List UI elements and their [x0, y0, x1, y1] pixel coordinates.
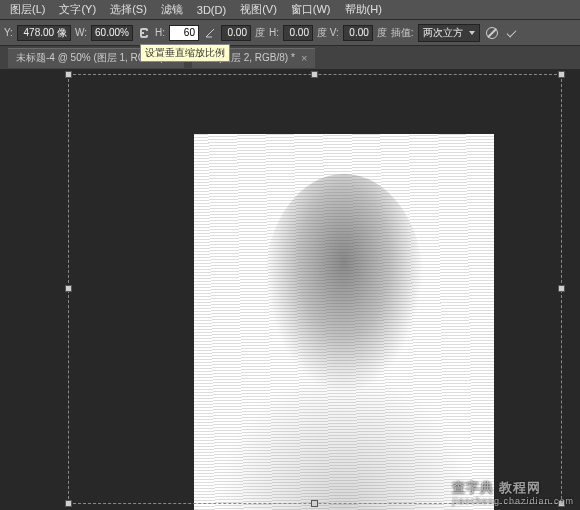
w-label: W:	[75, 27, 87, 38]
v-input[interactable]	[343, 25, 373, 41]
link-aspect-icon[interactable]	[137, 26, 151, 40]
angle-unit: 度	[255, 26, 265, 40]
w-input[interactable]	[91, 25, 133, 41]
transform-handle-tm[interactable]	[311, 71, 318, 78]
menu-filter[interactable]: 滤镜	[155, 0, 189, 19]
close-icon[interactable]: ×	[301, 52, 307, 64]
transform-handle-ml[interactable]	[65, 285, 72, 292]
cancel-transform-icon[interactable]	[484, 25, 500, 41]
interp-dropdown[interactable]: 两次立方	[418, 24, 480, 42]
h-input[interactable]	[169, 25, 199, 41]
transform-handle-mr[interactable]	[558, 285, 565, 292]
angle-icon	[203, 26, 217, 40]
transform-handle-tl[interactable]	[65, 71, 72, 78]
commit-transform-icon[interactable]	[504, 25, 520, 41]
menubar: 图层(L) 文字(Y) 选择(S) 滤镜 3D(D) 视图(V) 窗口(W) 帮…	[0, 0, 580, 20]
y-input[interactable]	[17, 25, 71, 41]
h2-input[interactable]	[283, 25, 313, 41]
watermark: 查字典 教程网 jiaocheng.chazidian.com	[452, 479, 574, 506]
angle-input[interactable]	[221, 25, 251, 41]
v-unit: 度	[377, 26, 387, 40]
transform-handle-bm[interactable]	[311, 500, 318, 507]
menu-3d[interactable]: 3D(D)	[191, 2, 232, 18]
h-label: H:	[155, 27, 165, 38]
y-label: Y:	[4, 27, 13, 38]
transform-handle-tr[interactable]	[558, 71, 565, 78]
document-tabs: 未标题-4 @ 50% (图层 1, RGB/8) × 7% (图层 2, RG…	[0, 46, 580, 70]
menu-select[interactable]: 选择(S)	[104, 0, 153, 19]
watermark-main: 查字典 教程网	[452, 480, 541, 495]
menu-view[interactable]: 视图(V)	[234, 0, 283, 19]
interp-label: 插值:	[391, 26, 414, 40]
watermark-sub: jiaocheng.chazidian.com	[452, 497, 574, 506]
menu-layer[interactable]: 图层(L)	[4, 0, 51, 19]
transform-bounding-box[interactable]	[68, 74, 562, 504]
transform-handle-bl[interactable]	[65, 500, 72, 507]
menu-type[interactable]: 文字(Y)	[53, 0, 102, 19]
canvas-area[interactable]	[0, 70, 580, 510]
menu-help[interactable]: 帮助(H)	[339, 0, 388, 19]
menu-window[interactable]: 窗口(W)	[285, 0, 337, 19]
v-label: 度 V:	[317, 26, 339, 40]
options-bar: Y: W: H: 度 H: 度 V: 度 插值: 两次立方	[0, 20, 580, 46]
tooltip: 设置垂直缩放比例	[140, 44, 230, 62]
h2-label: H:	[269, 27, 279, 38]
